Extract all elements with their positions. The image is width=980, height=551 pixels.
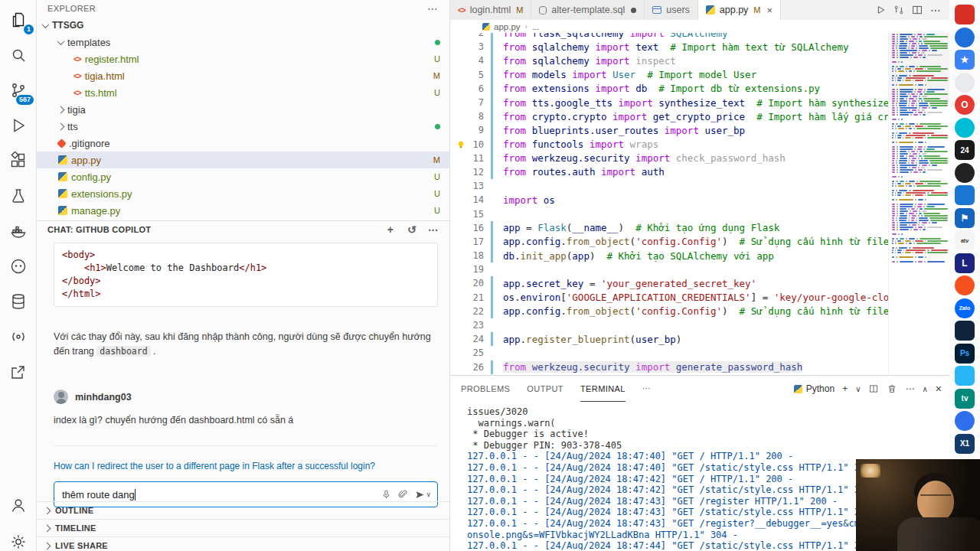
chat-followup-link[interactable]: How can I redirect the user to a differe… [54,460,438,472]
split-editor-icon[interactable] [908,2,926,18]
tab-login-html[interactable]: <>login.htmlM [450,0,531,20]
split-terminal-icon[interactable] [868,383,879,394]
breadcrumb[interactable]: app.py › ... [450,20,949,33]
tree-item-extensions-py[interactable]: extensions.pyU [37,185,449,202]
tab-output[interactable]: OUTPUT [527,376,564,402]
code-line-24[interactable]: 24app.register_blueprint(user_bp) [450,332,888,346]
dock-app-dark-circle[interactable] [955,163,975,183]
tree-item-app-py[interactable]: app.pyM [37,152,449,168]
lightbulb-icon[interactable] [456,140,466,149]
run-python-button[interactable] [871,2,890,18]
dock-app-blue1[interactable] [955,185,975,205]
docker-icon[interactable] [5,217,32,245]
compare-icon[interactable] [890,2,908,18]
terminal-tabs-more-icon[interactable]: ⋯ [642,376,651,402]
account-icon[interactable] [5,491,32,519]
attach-icon[interactable] [394,486,411,503]
dock-app-atv[interactable]: atv [955,230,975,250]
code-line-13[interactable]: 13 [450,179,888,193]
tree-root-ttsgg[interactable]: TTSGG [37,17,449,34]
run-debug-icon[interactable] [5,112,32,139]
code-line-7[interactable]: 7from tts.google_tts import synthesize_t… [450,96,888,109]
tab-app-py[interactable]: app.pyM× [698,0,781,20]
code-line-21[interactable]: 21os.environ['GOOGLE_APPLICATION_CREDENT… [450,291,888,305]
code-line-17[interactable]: 17app.config.from_object('config.Config'… [450,235,888,249]
dock-app-x1[interactable]: X1 [955,434,975,454]
tree-item-tts[interactable]: tts [37,118,449,135]
close-tab-icon[interactable]: × [767,5,773,16]
new-terminal-icon[interactable]: + [842,383,848,394]
code-line-14[interactable]: 14import os [450,193,888,207]
kill-terminal-icon[interactable] [887,383,897,394]
testing-icon[interactable] [5,182,32,210]
terminal-profile[interactable]: Python [794,383,835,394]
code-editor[interactable]: 2from flask_sqlalchemy import SQLAlchemy… [450,33,949,375]
code-line-3[interactable]: 3from sqlalchemy import text # Import hà… [450,40,888,54]
code-line-4[interactable]: 4from sqlalchemy import inspect [450,54,888,67]
tree-item-register-html[interactable]: <>register.htmlU [37,51,449,67]
close-panel-icon[interactable]: × [936,383,942,395]
code-line-25[interactable]: 25 [450,346,888,360]
terminal-more-icon[interactable]: ⋯ [905,383,914,394]
code-line-12[interactable]: 12from routes.auth import auth [450,165,888,179]
code-line-8[interactable]: 8from crypto.crypto import get_crypto_pr… [450,109,888,123]
dock-app-l[interactable]: L [955,253,975,273]
code-line-6[interactable]: 6from extensions import db # Import db t… [450,82,888,96]
tree-item-tigia-html[interactable]: <>tigia.htmlM [37,67,449,84]
code-line-5[interactable]: 5from models import User # Import model … [450,68,888,82]
code-line-11[interactable]: 11from werkzeug.security import check_pa… [450,152,888,165]
dock-app-blue2[interactable] [955,411,975,431]
explorer-more-icon[interactable]: ⋯ [427,2,439,15]
editor-more-icon[interactable]: ⋯ [926,2,945,18]
source-control-icon[interactable]: 567 [5,77,32,104]
code-line-2[interactable]: 2from flask_sqlalchemy import SQLAlchemy [450,33,888,40]
dock-app-tv[interactable]: tv [955,389,975,409]
section-outline[interactable]: OUTLINE [37,501,450,519]
maximize-panel-icon[interactable]: ∧ [922,385,927,393]
dock-app-teal[interactable] [955,118,975,138]
code-line-18[interactable]: 18db.init_app(app) # Khởi tạo SQLAlchemy… [450,249,888,262]
chat-history-icon[interactable]: ↺ [406,223,418,236]
tab-terminal[interactable]: TERMINAL [580,376,626,402]
remote-icon[interactable] [5,323,32,350]
tree-item-tigia[interactable]: tigia [37,101,449,118]
tree-item-config-py[interactable]: config.pyU [37,168,449,185]
code-line-20[interactable]: 20app.secret_key = 'your_generated_secre… [450,276,888,290]
dock-app-navy[interactable] [955,321,975,341]
dock-app-zalo[interactable]: Zalo [955,298,975,318]
terminal-profile-chevron-icon[interactable]: ∨ [855,385,861,393]
dock-app-flag[interactable]: ⚑ [955,208,975,228]
share-icon[interactable] [5,358,32,386]
search-icon[interactable] [5,41,32,69]
code-line-22[interactable]: 22app.config.from_object('config.Config'… [450,305,888,318]
code-line-15[interactable]: 15 [450,207,888,220]
minimap[interactable] [888,33,949,375]
code-line-26[interactable]: 26from werkzeug.security import generate… [450,360,888,374]
explorer-icon[interactable]: 1 [5,6,32,34]
copilot-icon[interactable] [5,253,32,280]
code-line-16[interactable]: 16app = Flask(__name__) # Khởi tạo ứng d… [450,221,888,235]
section-live-share[interactable]: LIVE SHARE [37,536,450,551]
dock-app-gray[interactable] [955,73,975,93]
database-icon[interactable] [5,288,32,315]
tree-item-manage-py[interactable]: manage.pyU [37,202,449,219]
chat-more-icon[interactable]: ⋯ [427,223,439,236]
tree-item--gitignore[interactable]: .gitignore [37,135,449,152]
code-line-9[interactable]: 9from blueprints.user_routes import user… [450,123,888,137]
settings-gear-icon[interactable] [5,528,32,551]
code-line-10[interactable]: 10from functools import wraps [450,138,888,152]
dock-app-red[interactable] [955,5,975,24]
code-line-23[interactable]: 23 [450,318,888,332]
dock-app-24h[interactable]: 24 [955,140,975,160]
dock-app-star[interactable]: ★ [955,50,975,70]
tree-item-templates[interactable]: templates [37,34,449,51]
dock-app-browser[interactable] [955,28,975,47]
tab-problems[interactable]: PROBLEMS [461,376,510,402]
send-options-chevron-icon[interactable]: ∨ [426,491,431,498]
tree-item-tts-html[interactable]: <>tts.htmlU [37,84,449,101]
mic-icon[interactable] [377,486,394,503]
section-timeline[interactable]: TIMELINE [37,519,450,536]
dock-app-ps[interactable]: Ps [955,344,975,364]
dock-app-lightblue[interactable] [955,366,975,386]
code-line-19[interactable]: 19 [450,262,888,276]
